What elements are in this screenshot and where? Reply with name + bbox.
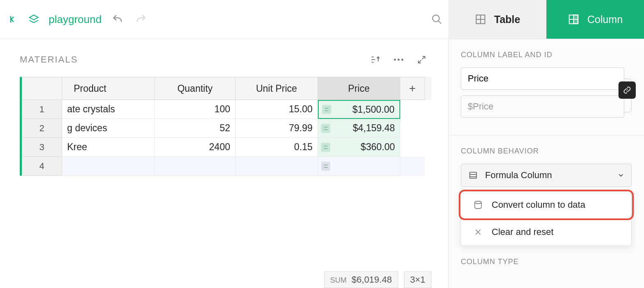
- menu-item-label: Convert column to data: [492, 200, 585, 210]
- cell-quantity[interactable]: 52: [155, 119, 236, 138]
- section-heading: COLUMN BEHAVIOR: [461, 147, 632, 156]
- behavior-select[interactable]: Formula Column: [461, 164, 632, 187]
- document-name[interactable]: playground: [49, 13, 102, 26]
- cell-product[interactable]: g devices: [62, 119, 155, 138]
- expand-widget-button[interactable]: [416, 54, 427, 65]
- table-row: 3 Kree 2400 0.15 $360.00: [22, 138, 432, 157]
- cell-product[interactable]: ate crystals: [62, 100, 155, 119]
- cell-quantity[interactable]: 100: [155, 100, 236, 119]
- behavior-menu: Convert column to data Clear and reset: [461, 191, 632, 246]
- cell-price[interactable]: $1,500.00: [318, 100, 400, 119]
- formula-icon: [322, 105, 331, 114]
- column-header-quantity[interactable]: Quantity: [155, 77, 236, 100]
- collapse-left-icon[interactable]: [7, 14, 19, 25]
- selection-box: 3×1: [404, 272, 432, 288]
- table-row: 2 g devices 52 79.99 $4,159.48: [22, 119, 432, 138]
- svg-point-6: [401, 59, 404, 61]
- cell-unit-price[interactable]: [236, 157, 318, 176]
- redo-button[interactable]: [134, 12, 148, 26]
- row-number[interactable]: 1: [22, 100, 62, 119]
- data-grid: Product Quantity Unit Price Price + 1 at…: [20, 77, 432, 176]
- cell-unit-price[interactable]: 0.15: [236, 138, 318, 157]
- column-header-unit-price[interactable]: Unit Price: [236, 77, 318, 100]
- cell-price[interactable]: [318, 157, 400, 176]
- sort-filter-button[interactable]: [370, 54, 381, 65]
- column-label-input[interactable]: [461, 67, 624, 90]
- svg-rect-9: [574, 15, 578, 24]
- sum-label: SUM: [330, 276, 347, 284]
- row-number[interactable]: 4: [22, 157, 62, 176]
- grid-footer: SUM $6,019.48 3×1: [324, 272, 432, 288]
- sum-value: $6,019.48: [352, 274, 392, 285]
- widget-menu-button[interactable]: [393, 54, 404, 65]
- widget-title: MATERIALS: [20, 54, 78, 65]
- undo-button[interactable]: [111, 12, 125, 26]
- formula-icon: [321, 162, 330, 171]
- row-number[interactable]: 2: [22, 119, 62, 138]
- grid-header-row: Product Quantity Unit Price Price +: [22, 77, 432, 100]
- close-icon: [473, 227, 483, 237]
- sum-box: SUM $6,019.48: [324, 272, 398, 288]
- menu-clear-reset[interactable]: Clear and reset: [461, 218, 631, 246]
- cell-price-value: $1,500.00: [352, 104, 394, 115]
- section-heading: COLUMN TYPE: [448, 258, 644, 266]
- table-row: 4: [22, 157, 432, 176]
- tab-column[interactable]: Column: [546, 0, 644, 39]
- link-toggle-button[interactable]: [618, 81, 636, 99]
- column-id-input[interactable]: [461, 95, 624, 118]
- cell-price[interactable]: $360.00: [318, 138, 400, 157]
- section-column-behavior: COLUMN BEHAVIOR Formula Column Convert c…: [448, 135, 644, 246]
- behavior-select-label: Formula Column: [485, 170, 552, 181]
- column-icon: [567, 13, 580, 26]
- svg-point-4: [394, 59, 396, 61]
- row-number[interactable]: 3: [22, 138, 62, 157]
- cell-unit-price[interactable]: 79.99: [236, 119, 318, 138]
- formula-icon: [321, 124, 330, 133]
- svg-point-5: [398, 59, 400, 61]
- formula-icon: [321, 143, 330, 152]
- pages-icon[interactable]: [28, 14, 40, 25]
- cell-price[interactable]: $4,159.48: [318, 119, 400, 138]
- rownum-header: [22, 77, 62, 100]
- cell-quantity[interactable]: 2400: [155, 138, 236, 157]
- section-column-label: COLUMN LABEL AND ID: [448, 39, 644, 123]
- column-header-product[interactable]: Product: [62, 77, 155, 100]
- right-panel: Table Column COLUMN LABEL AND ID: [448, 39, 644, 288]
- table-icon: [474, 13, 487, 26]
- search-button[interactable]: [430, 12, 444, 26]
- cell-unit-price[interactable]: 15.00: [236, 100, 318, 119]
- database-icon: [473, 200, 483, 210]
- cell-product[interactable]: [62, 157, 155, 176]
- svg-point-0: [433, 15, 439, 22]
- table-row: 1 ate crystals 100 15.00 $1,500.00: [22, 100, 432, 119]
- menu-convert-to-data[interactable]: Convert column to data: [461, 191, 631, 218]
- chevron-down-icon: [617, 172, 625, 179]
- cell-quantity[interactable]: [155, 157, 236, 176]
- section-heading: COLUMN LABEL AND ID: [461, 51, 632, 59]
- content-area: MATERIALS Product Quantity Unit Price Pr: [0, 39, 448, 288]
- tab-table-label: Table: [494, 14, 520, 26]
- svg-point-11: [475, 201, 481, 204]
- add-column-button[interactable]: +: [400, 77, 425, 100]
- panel-tabs: Table Column: [448, 0, 644, 39]
- cell-price-value: $4,159.48: [353, 123, 395, 134]
- svg-rect-10: [470, 172, 477, 179]
- cell-price-value: $360.00: [361, 142, 395, 153]
- tab-table[interactable]: Table: [448, 0, 546, 39]
- tab-column-label: Column: [587, 14, 623, 26]
- menu-item-label: Clear and reset: [492, 227, 553, 237]
- column-header-price[interactable]: Price: [318, 77, 400, 100]
- cell-product[interactable]: Kree: [62, 138, 155, 157]
- formula-column-icon: [468, 170, 478, 181]
